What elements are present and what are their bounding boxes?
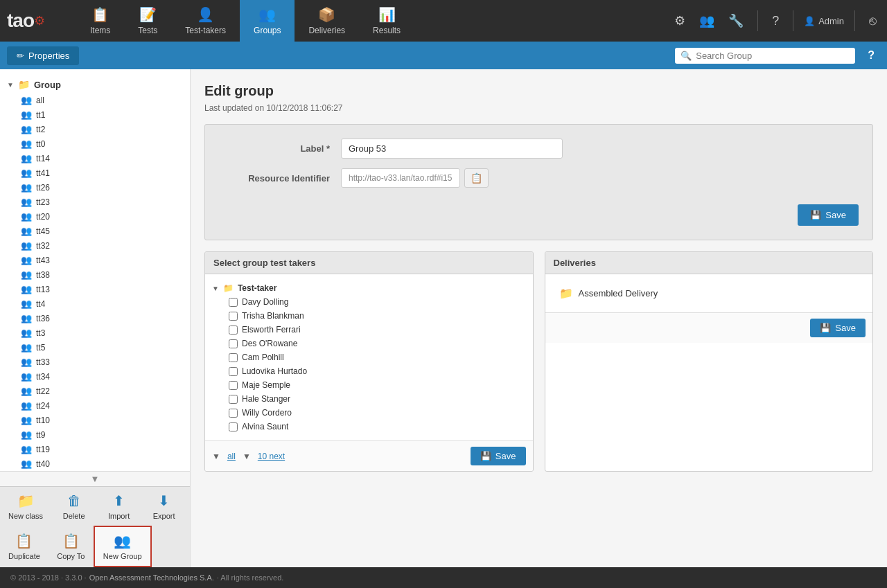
groups-icon: 👥 [258, 6, 276, 23]
sidebar-item-label: tt41 [36, 168, 50, 178]
admin-user-icon: 👤 [804, 16, 815, 26]
label-input[interactable] [341, 139, 563, 159]
nav-item-items[interactable]: 📋 Items [76, 0, 124, 42]
test-taker-checkbox[interactable] [229, 367, 238, 376]
test-taker-checkbox[interactable] [229, 381, 238, 390]
last-updated: Last updated on 10/12/2018 11:06:27 [204, 103, 873, 113]
sidebar-item-label: tt34 [36, 372, 50, 382]
new-group-icon: 👥 [114, 533, 131, 549]
search-group-container[interactable]: 🔍 [675, 48, 855, 64]
sidebar-item-tt20[interactable]: 👥tt20 [0, 209, 190, 224]
settings-icon[interactable]: ⚙ [671, 10, 689, 32]
sidebar-item-tt10[interactable]: 👥tt10 [0, 413, 190, 427]
sidebar-item-tt26[interactable]: 👥tt26 [0, 180, 190, 195]
sidebar-item-tt3[interactable]: 👥tt3 [0, 326, 190, 340]
sidebar-item-label: tt19 [36, 445, 50, 454]
sidebar-item-tt40[interactable]: 👥tt40 [0, 456, 190, 471]
group-user-icon: 👥 [21, 197, 32, 207]
test-taker-checkbox[interactable] [229, 298, 238, 307]
nav-label-test-takers: Test-takers [185, 26, 226, 35]
sidebar-item-tt36[interactable]: 👥tt36 [0, 311, 190, 326]
tools-icon[interactable]: 🔧 [725, 10, 747, 32]
sidebar-item-tt22[interactable]: 👥tt22 [0, 384, 190, 398]
sidebar-item-tt23[interactable]: 👥tt23 [0, 195, 190, 209]
sidebar-item-label: tt26 [36, 183, 50, 193]
items-icon: 📋 [91, 6, 109, 23]
sidebar-item-tt34[interactable]: 👥tt34 [0, 369, 190, 384]
sidebar-item-all[interactable]: 👥all [0, 93, 190, 107]
sidebar-item-tt5[interactable]: 👥tt5 [0, 340, 190, 355]
nav-item-deliveries[interactable]: 📦 Deliveries [295, 0, 359, 42]
users-icon[interactable]: 👥 [696, 10, 718, 32]
group-user-icon: 👥 [21, 342, 32, 353]
sidebar-item-tt4[interactable]: 👥tt4 [0, 296, 190, 311]
page-title: Edit group [204, 83, 873, 99]
delete-button[interactable]: 🗑Delete [51, 487, 96, 526]
footer-link[interactable]: Open Assessment Technologies S.A. [89, 573, 214, 582]
sidebar-item-tt45[interactable]: 👥tt45 [0, 224, 190, 238]
test-taker-checkbox[interactable] [229, 339, 238, 348]
sidebar-item-tt1[interactable]: 👥tt1 [0, 107, 190, 122]
group-user-icon: 👥 [21, 415, 32, 425]
resource-copy-button[interactable]: 📋 [464, 168, 489, 188]
group-user-icon: 👥 [21, 226, 32, 236]
new-class-button[interactable]: 📁New class [0, 487, 51, 526]
new-class-label: New class [8, 512, 43, 520]
duplicate-button[interactable]: 📋Duplicate [0, 526, 49, 567]
resource-input[interactable] [341, 168, 460, 188]
footer-next-link[interactable]: 10 next [258, 452, 285, 461]
nav-item-results[interactable]: 📊 Results [359, 0, 414, 42]
properties-button[interactable]: ✏ Properties [7, 46, 79, 65]
test-taker-name: Maje Semple [242, 380, 290, 390]
test-taker-name: Hale Stanger [242, 394, 290, 404]
import-button[interactable]: ⬆Import [96, 487, 141, 526]
group-user-icon: 👥 [21, 328, 32, 338]
import-label: Import [108, 512, 130, 520]
content-area: Edit group Last updated on 10/12/2018 11… [191, 69, 887, 567]
export-button[interactable]: ⬇Export [141, 487, 186, 526]
toolbar-help-icon[interactable]: ? [862, 46, 880, 64]
sidebar-item-tt19[interactable]: 👥tt19 [0, 442, 190, 456]
test-taker-checkbox[interactable] [229, 312, 238, 321]
sidebar-item-tt0[interactable]: 👥tt0 [0, 136, 190, 151]
help-icon[interactable]: ? [769, 10, 782, 32]
admin-label: Admin [818, 16, 844, 26]
sidebar-item-tt43[interactable]: 👥tt43 [0, 253, 190, 267]
test-taker-checkbox[interactable] [229, 353, 238, 362]
sidebar-item-tt41[interactable]: 👥tt41 [0, 166, 190, 180]
test-takers-save-button[interactable]: 💾 Save [471, 447, 526, 465]
test-taker-checkbox[interactable] [229, 409, 238, 418]
copy-to-button[interactable]: 📋Copy To [49, 526, 94, 567]
sidebar-item-tt38[interactable]: 👥tt38 [0, 267, 190, 282]
sidebar-item-tt2[interactable]: 👥tt2 [0, 122, 190, 136]
new-group-button[interactable]: 👥New Group [94, 526, 152, 567]
nav-item-tests[interactable]: 📝 Tests [124, 0, 171, 42]
sidebar-root-group[interactable]: ▼ 📁 Group [0, 76, 190, 93]
root-folder-icon: 📁 [18, 79, 30, 90]
form-save-button[interactable]: 💾 Save [798, 204, 859, 226]
sidebar-item-tt32[interactable]: 👥tt32 [0, 238, 190, 253]
logout-icon[interactable]: ⎋ [866, 10, 880, 32]
nav-item-groups[interactable]: 👥 Groups [240, 0, 295, 42]
test-taker-checkbox[interactable] [229, 422, 238, 431]
sidebar-item-tt13[interactable]: 👥tt13 [0, 282, 190, 296]
sidebar-item-tt24[interactable]: 👥tt24 [0, 398, 190, 413]
sidebar-item-tt9[interactable]: 👥tt9 [0, 427, 190, 442]
sidebar-item-tt33[interactable]: 👥tt33 [0, 355, 190, 369]
chevron-down-icon: ▼ [7, 81, 14, 89]
test-taker-checkbox[interactable] [229, 326, 238, 335]
test-taker-item: Cam Polhill [212, 350, 526, 364]
group-user-icon: 👥 [21, 386, 32, 396]
sidebar-item-tt14[interactable]: 👥tt14 [0, 151, 190, 166]
group-user-icon: 👥 [21, 284, 32, 294]
sidebar-items: 👥all👥tt1👥tt2👥tt0👥tt14👥tt41👥tt26👥tt23👥tt2… [0, 93, 190, 471]
test-taker-checkbox[interactable] [229, 395, 238, 404]
admin-section[interactable]: 👤 Admin [804, 16, 844, 26]
deliveries-save-button[interactable]: 💾 Save [810, 319, 866, 337]
nav-item-test-takers[interactable]: 👤 Test-takers [171, 0, 240, 42]
search-input[interactable] [696, 51, 850, 61]
footer-all-link[interactable]: all [227, 452, 236, 461]
scroll-down-button[interactable]: ▼ [0, 471, 190, 486]
app-logo: tao ⚙ [7, 10, 69, 32]
delete-label: Delete [63, 512, 85, 520]
